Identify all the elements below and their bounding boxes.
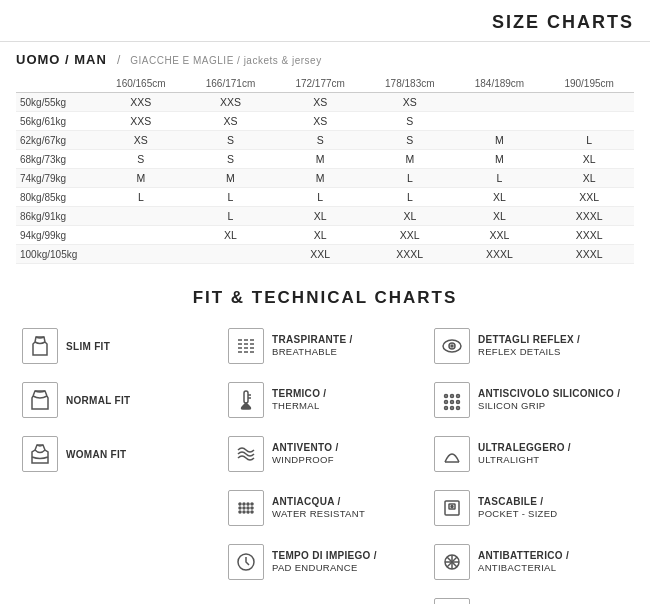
weight-cell: 56kg/61kg [16,112,96,131]
svg-point-35 [251,507,253,509]
fit-item-empty3 [16,594,222,604]
col-184: 184/189cm [455,75,545,93]
svg-point-26 [457,407,460,410]
fit-title: FIT & TECHNICAL CHARTS [16,288,634,308]
size-cell: XXL [365,226,455,245]
svg-point-31 [251,503,253,505]
fit-label-silicon-grip: ANTISCIVOLO SILICONICO /SILICON GRIP [478,387,620,412]
size-cell: M [455,150,545,169]
size-cell: L [186,207,276,226]
svg-point-19 [451,395,454,398]
size-cell [455,112,545,131]
fit-item-water-resistant: ANTIACQUA /WATER RESISTANT [222,486,428,530]
header: SIZE CHARTS [0,0,650,42]
size-cell: M [96,169,186,188]
svg-point-24 [445,407,448,410]
size-cell: XL [455,188,545,207]
size-cell [96,226,186,245]
svg-point-39 [251,511,253,513]
woman-icon [22,436,58,472]
antibacterial-icon [434,544,470,580]
size-cell: XXS [96,112,186,131]
size-cell [455,93,545,112]
fit-item-anatomic: SUPPORTO ANATOMICO /ANATOMIC SUPPORT [428,594,634,604]
col-166: 166/171cm [186,75,276,93]
svg-point-30 [247,503,249,505]
silicon-icon [434,382,470,418]
size-cell: S [186,131,276,150]
table-row: 86kg/91kgLXLXLXLXXXL [16,207,634,226]
size-cell: XS [365,93,455,112]
size-cell: S [365,112,455,131]
svg-point-37 [243,511,245,513]
weight-cell: 86kg/91kg [16,207,96,226]
fit-label-pocket: TASCABILE /POCKET - SIZED [478,495,558,520]
svg-rect-15 [244,391,248,403]
size-cell [544,93,634,112]
fit-item-antibacterial: ANTIBATTERICO /ANTIBACTERIAL [428,540,634,584]
size-cell: XXXL [365,245,455,264]
svg-point-21 [445,401,448,404]
fit-item-woman-fit: WOMAN FIT [16,432,222,476]
table-row: 62kg/67kgXSSSSML [16,131,634,150]
fit-label-slim-fit: SLIM FIT [66,340,110,353]
fit-item-windproof: ANTIVENTO /WINDPROOF [222,432,428,476]
table-row: 94kg/99kgXLXLXXLXXLXXXL [16,226,634,245]
svg-point-38 [247,511,249,513]
table-row: 56kg/61kgXXSXSXSS [16,112,634,131]
breathable-icon [228,328,264,364]
size-cell: M [275,150,365,169]
size-cell: XXXL [544,245,634,264]
size-cell: S [96,150,186,169]
size-cell: S [365,131,455,150]
svg-point-36 [239,511,241,513]
size-cell: L [186,188,276,207]
fit-item-silicon-grip: ANTISCIVOLO SILICONICO /SILICON GRIP [428,378,634,422]
size-cell: S [186,150,276,169]
fit-label-antibacterial: ANTIBATTERICO /ANTIBACTERIAL [478,549,569,574]
weight-cell: 68kg/73kg [16,150,96,169]
fit-label-reflex: DETTAGLI REFLEX /REFLEX DETAILS [478,333,580,358]
size-cell: XXS [96,93,186,112]
fit-item-normal-fit: NORMAL FIT [16,378,222,422]
size-cell: L [365,188,455,207]
weight-cell: 74kg/79kg [16,169,96,188]
size-cell: S [275,131,365,150]
fit-label-woman-fit: WOMAN FIT [66,448,126,461]
normal-icon [22,382,58,418]
table-row: 50kg/55kgXXSXXSXSXS [16,93,634,112]
col-190: 190/195cm [544,75,634,93]
size-cell: XXL [455,226,545,245]
size-cell: XL [544,150,634,169]
size-cell: XL [455,207,545,226]
size-cell: L [455,169,545,188]
svg-point-42 [451,506,453,508]
size-cell [96,207,186,226]
svg-point-18 [445,395,448,398]
size-cell: L [275,188,365,207]
size-cell: XXL [544,188,634,207]
size-cell [186,245,276,264]
svg-point-28 [239,503,241,505]
size-cell [544,112,634,131]
size-cell: XS [96,131,186,150]
fit-item-pocket: TASCABILE /POCKET - SIZED [428,486,634,530]
windproof-icon [228,436,264,472]
col-weight [16,75,96,93]
fit-item-thermal: TERMICO /THERMAL [222,378,428,422]
water-icon [228,490,264,526]
size-charts-section: UOMO / MAN / GIACCHE E MAGLIE / jackets … [0,42,650,274]
size-cell: XXS [186,93,276,112]
weight-cell: 50kg/55kg [16,93,96,112]
pad-icon [228,544,264,580]
fit-item-breathable: TRASPIRANTE /BREATHABLE [222,324,428,368]
table-row: 68kg/73kgSSMMMXL [16,150,634,169]
size-cell: XL [544,169,634,188]
svg-point-14 [451,345,453,347]
table-row: 74kg/79kgMMMLLXL [16,169,634,188]
weight-cell: 80kg/85kg [16,188,96,207]
size-cell: L [544,131,634,150]
table-row: 100kg/105kgXXLXXXLXXXLXXXL [16,245,634,264]
reflex-icon [434,328,470,364]
size-cell: XS [275,93,365,112]
